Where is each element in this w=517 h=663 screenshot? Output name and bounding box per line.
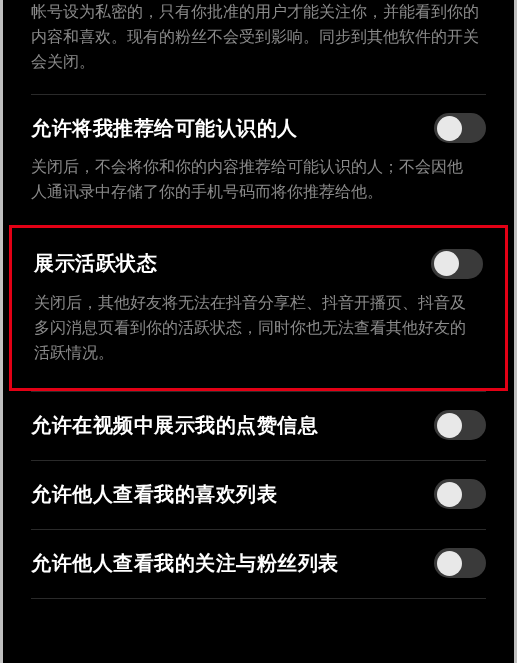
setting-view-follow-list: 允许他人查看我的关注与粉丝列表 <box>15 530 502 598</box>
setting-view-follow-title: 允许他人查看我的关注与粉丝列表 <box>31 550 339 577</box>
toggle-recommend-to-known[interactable] <box>434 113 486 143</box>
setting-active-status-title: 展示活跃状态 <box>34 250 157 277</box>
setting-recommend-desc: 关闭后，不会将你和你的内容推荐给可能认识的人；不会因他人通讯录中存储了你的手机号… <box>31 155 486 205</box>
highlighted-setting: 展示活跃状态 关闭后，其他好友将无法在抖音分享栏、抖音开播页、抖音及多闪消息页看… <box>9 225 508 391</box>
setting-private-account-desc: 帐号设为私密的，只有你批准的用户才能关注你，并能看到你的内容和喜欢。现有的粉丝不… <box>15 0 502 94</box>
setting-show-like-title: 允许在视频中展示我的点赞信息 <box>31 412 318 439</box>
settings-panel: 帐号设为私密的，只有你批准的用户才能关注你，并能看到你的内容和喜欢。现有的粉丝不… <box>0 0 517 663</box>
setting-view-liked-list: 允许他人查看我的喜欢列表 <box>15 461 502 529</box>
setting-active-status: 展示活跃状态 关闭后，其他好友将无法在抖音分享栏、抖音开播页、抖音及多闪消息页看… <box>18 231 499 385</box>
setting-show-like-in-video: 允许在视频中展示我的点赞信息 <box>15 392 502 460</box>
setting-recommend-to-known: 允许将我推荐给可能认识的人 关闭后，不会将你和你的内容推荐给可能认识的人；不会因… <box>15 95 502 225</box>
divider <box>31 598 486 599</box>
toggle-view-follow-list[interactable] <box>434 548 486 578</box>
setting-recommend-title: 允许将我推荐给可能认识的人 <box>31 115 298 142</box>
toggle-active-status[interactable] <box>431 249 483 279</box>
setting-active-status-desc: 关闭后，其他好友将无法在抖音分享栏、抖音开播页、抖音及多闪消息页看到你的活跃状态… <box>34 291 483 365</box>
toggle-show-like-in-video[interactable] <box>434 410 486 440</box>
setting-view-liked-title: 允许他人查看我的喜欢列表 <box>31 481 277 508</box>
toggle-view-liked-list[interactable] <box>434 479 486 509</box>
